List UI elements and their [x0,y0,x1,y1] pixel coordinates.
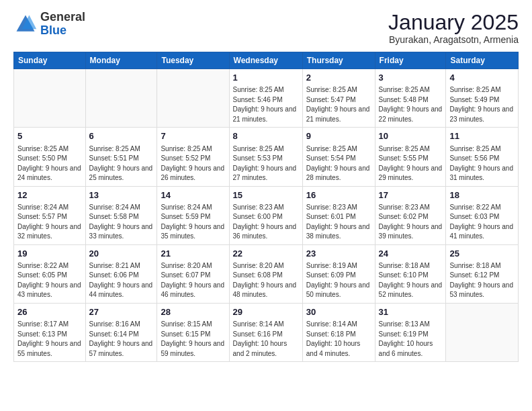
day-info: Sunrise: 8:22 AM Sunset: 6:03 PM Dayligh… [449,203,515,242]
day-info: Sunrise: 8:25 AM Sunset: 5:55 PM Dayligh… [379,144,443,183]
day-info: Sunrise: 8:20 AM Sunset: 6:08 PM Dayligh… [233,261,299,300]
day-info: Sunrise: 8:25 AM Sunset: 5:52 PM Dayligh… [161,144,225,183]
calendar-cell: 13Sunrise: 8:24 AM Sunset: 5:58 PM Dayli… [85,186,157,244]
calendar-cell [446,303,519,361]
title-block: January 2025 Byurakan, Aragatsotn, Armen… [388,11,519,45]
day-number: 26 [17,306,82,318]
logo-text: General Blue [40,11,85,38]
day-number: 12 [17,189,82,201]
day-info: Sunrise: 8:24 AM Sunset: 5:57 PM Dayligh… [17,203,82,242]
calendar-body: 1Sunrise: 8:25 AM Sunset: 5:46 PM Daylig… [14,69,519,362]
day-info: Sunrise: 8:23 AM Sunset: 6:02 PM Dayligh… [379,203,443,242]
calendar-cell: 7Sunrise: 8:25 AM Sunset: 5:52 PM Daylig… [157,128,229,186]
calendar-cell: 26Sunrise: 8:17 AM Sunset: 6:13 PM Dayli… [14,303,86,361]
day-number: 30 [306,306,371,318]
calendar-cell: 15Sunrise: 8:23 AM Sunset: 6:00 PM Dayli… [229,186,302,244]
header: General Blue January 2025 Byurakan, Arag… [13,11,519,45]
calendar-cell: 8Sunrise: 8:25 AM Sunset: 5:53 PM Daylig… [229,128,302,186]
day-number: 24 [379,248,443,260]
day-info: Sunrise: 8:23 AM Sunset: 6:01 PM Dayligh… [306,203,371,242]
day-info: Sunrise: 8:21 AM Sunset: 6:06 PM Dayligh… [89,261,154,300]
calendar-week-row: 1Sunrise: 8:25 AM Sunset: 5:46 PM Daylig… [14,69,519,128]
day-info: Sunrise: 8:25 AM Sunset: 5:46 PM Dayligh… [233,85,299,124]
day-info: Sunrise: 8:24 AM Sunset: 5:58 PM Dayligh… [89,203,154,242]
calendar-week-row: 26Sunrise: 8:17 AM Sunset: 6:13 PM Dayli… [14,303,519,361]
location-subtitle: Byurakan, Aragatsotn, Armenia [388,34,519,45]
calendar-week-row: 5Sunrise: 8:25 AM Sunset: 5:50 PM Daylig… [14,128,519,186]
day-info: Sunrise: 8:14 AM Sunset: 6:18 PM Dayligh… [306,320,371,359]
day-info: Sunrise: 8:25 AM Sunset: 5:49 PM Dayligh… [449,85,515,124]
calendar-cell: 4Sunrise: 8:25 AM Sunset: 5:49 PM Daylig… [446,69,519,128]
calendar-week-row: 12Sunrise: 8:24 AM Sunset: 5:57 PM Dayli… [14,186,519,244]
day-number: 13 [89,189,154,201]
calendar-cell: 28Sunrise: 8:15 AM Sunset: 6:15 PM Dayli… [157,303,229,361]
calendar-cell: 25Sunrise: 8:18 AM Sunset: 6:12 PM Dayli… [446,244,519,303]
day-number: 18 [449,189,515,201]
day-info: Sunrise: 8:18 AM Sunset: 6:10 PM Dayligh… [379,261,443,300]
day-number: 29 [233,306,299,318]
logo: General Blue [13,11,85,38]
day-info: Sunrise: 8:18 AM Sunset: 6:12 PM Dayligh… [449,261,515,300]
calendar-cell: 14Sunrise: 8:24 AM Sunset: 5:59 PM Dayli… [157,186,229,244]
day-number: 6 [89,130,154,142]
page: General Blue January 2025 Byurakan, Arag… [0,0,532,369]
calendar-cell: 5Sunrise: 8:25 AM Sunset: 5:50 PM Daylig… [14,128,86,186]
header-monday: Monday [85,52,157,69]
day-number: 5 [17,130,82,142]
logo-blue: Blue [40,24,85,38]
day-info: Sunrise: 8:19 AM Sunset: 6:09 PM Dayligh… [306,261,371,300]
day-info: Sunrise: 8:14 AM Sunset: 6:16 PM Dayligh… [233,320,299,359]
day-number: 14 [161,189,225,201]
calendar-cell: 1Sunrise: 8:25 AM Sunset: 5:46 PM Daylig… [229,69,302,128]
calendar-cell: 24Sunrise: 8:18 AM Sunset: 6:10 PM Dayli… [375,244,446,303]
calendar-cell: 3Sunrise: 8:25 AM Sunset: 5:48 PM Daylig… [375,69,446,128]
calendar-cell: 19Sunrise: 8:22 AM Sunset: 6:05 PM Dayli… [14,244,86,303]
calendar-cell: 9Sunrise: 8:25 AM Sunset: 5:54 PM Daylig… [302,128,375,186]
day-info: Sunrise: 8:25 AM Sunset: 5:50 PM Dayligh… [17,144,82,183]
header-saturday: Saturday [446,52,519,69]
calendar-cell: 29Sunrise: 8:14 AM Sunset: 6:16 PM Dayli… [229,303,302,361]
day-info: Sunrise: 8:25 AM Sunset: 5:54 PM Dayligh… [306,144,371,183]
calendar-cell: 17Sunrise: 8:23 AM Sunset: 6:02 PM Dayli… [375,186,446,244]
header-wednesday: Wednesday [229,52,302,69]
day-number: 7 [161,130,225,142]
day-info: Sunrise: 8:24 AM Sunset: 5:59 PM Dayligh… [161,203,225,242]
day-number: 16 [306,189,371,201]
day-number: 23 [306,248,371,260]
calendar-cell: 21Sunrise: 8:20 AM Sunset: 6:07 PM Dayli… [157,244,229,303]
day-number: 28 [161,306,225,318]
header-thursday: Thursday [302,52,375,69]
day-number: 3 [379,72,443,84]
day-number: 8 [233,130,299,142]
day-number: 17 [379,189,443,201]
day-number: 22 [233,248,299,260]
day-info: Sunrise: 8:25 AM Sunset: 5:51 PM Dayligh… [89,144,154,183]
day-info: Sunrise: 8:25 AM Sunset: 5:47 PM Dayligh… [306,85,371,124]
calendar-cell: 18Sunrise: 8:22 AM Sunset: 6:03 PM Dayli… [446,186,519,244]
calendar-cell: 23Sunrise: 8:19 AM Sunset: 6:09 PM Dayli… [302,244,375,303]
calendar-cell: 2Sunrise: 8:25 AM Sunset: 5:47 PM Daylig… [302,69,375,128]
day-info: Sunrise: 8:25 AM Sunset: 5:53 PM Dayligh… [233,144,299,183]
day-info: Sunrise: 8:22 AM Sunset: 6:05 PM Dayligh… [17,261,82,300]
day-number: 2 [306,72,371,84]
day-number: 19 [17,248,82,260]
calendar-cell: 11Sunrise: 8:25 AM Sunset: 5:56 PM Dayli… [446,128,519,186]
day-number: 25 [449,248,515,260]
day-info: Sunrise: 8:16 AM Sunset: 6:14 PM Dayligh… [89,320,154,359]
calendar-cell: 6Sunrise: 8:25 AM Sunset: 5:51 PM Daylig… [85,128,157,186]
day-info: Sunrise: 8:25 AM Sunset: 5:48 PM Dayligh… [379,85,443,124]
calendar-cell: 31Sunrise: 8:13 AM Sunset: 6:19 PM Dayli… [375,303,446,361]
day-number: 11 [449,130,515,142]
day-number: 27 [89,306,154,318]
logo-icon [13,12,38,36]
calendar-cell: 10Sunrise: 8:25 AM Sunset: 5:55 PM Dayli… [375,128,446,186]
day-number: 9 [306,130,371,142]
month-title: January 2025 [388,11,519,34]
day-number: 1 [233,72,299,84]
day-number: 15 [233,189,299,201]
day-info: Sunrise: 8:17 AM Sunset: 6:13 PM Dayligh… [17,320,82,359]
calendar-header-row: Sunday Monday Tuesday Wednesday Thursday… [14,52,519,69]
calendar-cell: 16Sunrise: 8:23 AM Sunset: 6:01 PM Dayli… [302,186,375,244]
calendar-cell: 20Sunrise: 8:21 AM Sunset: 6:06 PM Dayli… [85,244,157,303]
day-info: Sunrise: 8:25 AM Sunset: 5:56 PM Dayligh… [449,144,515,183]
